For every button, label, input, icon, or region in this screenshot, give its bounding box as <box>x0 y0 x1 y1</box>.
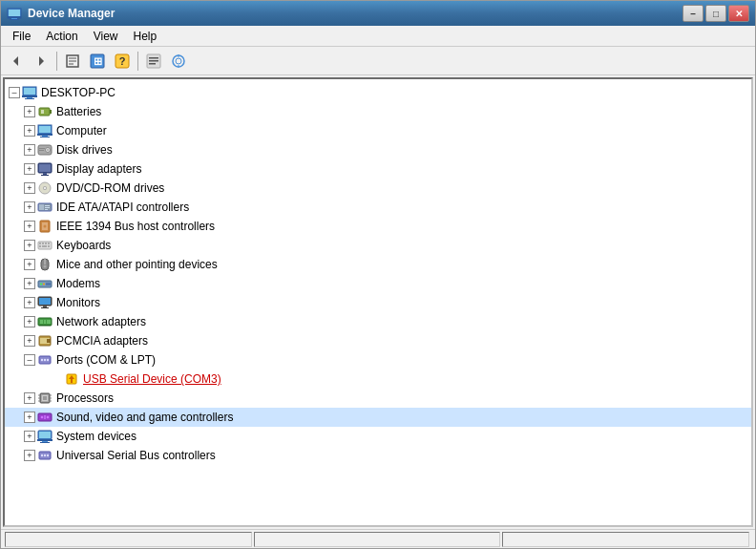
modems-label: Modems <box>56 277 100 290</box>
tree-item-display-adapters[interactable]: + Display adapters <box>5 159 751 179</box>
svg-rect-29 <box>50 110 52 114</box>
tree-item-keyboards[interactable]: + Keyboards <box>5 236 751 255</box>
tree-item-network[interactable]: + Network adapters <box>5 312 751 331</box>
disk-drives-expand[interactable]: + <box>24 144 35 156</box>
tree-item-usb-serial[interactable]: USB Serial Device (COM3) <box>5 370 751 389</box>
svg-rect-51 <box>45 207 50 208</box>
svg-rect-77 <box>44 320 46 324</box>
tree-item-monitors[interactable]: + Monitors <box>5 293 751 312</box>
device-manager-window: Device Manager – □ ✕ File Action View He… <box>0 0 756 549</box>
usb-controllers-expand[interactable]: + <box>24 450 35 461</box>
batteries-expand[interactable]: + <box>24 106 35 117</box>
svg-point-109 <box>41 454 43 456</box>
tree-item-pcmcia[interactable]: + PCMCIA adapters <box>5 331 751 350</box>
tree-item-system-devices[interactable]: + System devices <box>5 427 751 446</box>
tree-item-computer[interactable]: + Computer <box>5 121 751 140</box>
svg-rect-39 <box>39 148 45 149</box>
pcmcia-label: PCMCIA adapters <box>56 334 148 348</box>
network-expand[interactable]: + <box>24 316 35 327</box>
menu-view[interactable]: View <box>86 28 126 45</box>
svg-rect-35 <box>40 137 50 137</box>
tree-item-ide-ata[interactable]: + IDE ATA/ATAPI controllers <box>5 198 751 217</box>
tree-item-batteries[interactable]: + Batteries <box>5 102 751 121</box>
ports-expand[interactable]: – <box>24 354 35 366</box>
mice-label: Mice and other pointing devices <box>56 258 218 271</box>
ide-expand[interactable]: + <box>24 201 35 213</box>
ieee-expand[interactable]: + <box>24 221 35 232</box>
forward-button[interactable] <box>30 50 52 73</box>
svg-rect-27 <box>25 98 34 99</box>
tree-item-sound[interactable]: + Sound, video and game controllers <box>5 408 751 427</box>
usb-controllers-label: Universal Serial Bus controllers <box>56 449 216 462</box>
pcmcia-expand[interactable]: + <box>24 335 35 347</box>
svg-rect-40 <box>39 150 44 151</box>
tree-item-dvd-cdrom[interactable]: + DVD/CD-ROM drives <box>5 179 751 198</box>
menu-help[interactable]: Help <box>126 28 165 45</box>
computer-expand[interactable]: + <box>24 125 35 137</box>
processors-expand[interactable]: + <box>24 392 35 404</box>
svg-point-86 <box>47 359 49 361</box>
tree-item-disk-drives[interactable]: + Disk drives <box>5 140 751 159</box>
close-button[interactable]: ✕ <box>728 5 749 22</box>
ports-icon <box>37 352 52 368</box>
scan-button[interactable] <box>167 50 190 73</box>
usb-controllers-icon <box>37 448 52 463</box>
svg-rect-18 <box>149 63 156 65</box>
tree-root[interactable]: – DESKTOP-PC <box>5 83 751 102</box>
sound-expand[interactable]: + <box>24 412 35 423</box>
tree-item-modems[interactable]: + Modems <box>5 274 751 293</box>
usb-serial-label: USB Serial Device (COM3) <box>83 372 221 386</box>
svg-rect-17 <box>149 60 158 62</box>
svg-rect-104 <box>39 432 51 438</box>
ide-label: IDE ATA/ATAPI controllers <box>56 201 189 214</box>
svg-rect-34 <box>42 136 48 137</box>
batteries-icon <box>37 104 52 119</box>
back-button[interactable] <box>5 50 28 73</box>
display-adapters-icon <box>37 161 52 177</box>
sound-icon <box>37 410 52 425</box>
svg-rect-79 <box>39 325 51 326</box>
svg-point-20 <box>176 58 181 64</box>
svg-rect-52 <box>45 209 48 210</box>
svg-rect-105 <box>37 439 52 441</box>
tree-item-ports[interactable]: – Ports (COM & LPT) <box>5 350 751 370</box>
minimize-button[interactable]: – <box>682 5 704 22</box>
window-title: Device Manager <box>28 7 682 20</box>
help-button[interactable]: ? <box>111 50 134 73</box>
status-pane-1 <box>5 532 252 547</box>
svg-point-38 <box>47 149 49 151</box>
svg-rect-43 <box>43 173 47 175</box>
svg-rect-78 <box>47 320 51 324</box>
svg-point-111 <box>47 454 49 456</box>
menu-action[interactable]: Action <box>38 28 85 45</box>
settings-button[interactable] <box>142 50 165 73</box>
processors-icon <box>37 391 52 406</box>
keyboards-expand[interactable]: + <box>24 240 35 251</box>
svg-point-110 <box>44 454 46 456</box>
tree-item-processors[interactable]: + Processors <box>5 389 751 408</box>
svg-rect-32 <box>39 126 51 133</box>
monitors-expand[interactable]: + <box>24 297 35 308</box>
tree-item-usb-controllers[interactable]: + Universal Serial Bus controllers <box>5 446 751 465</box>
mice-expand[interactable]: + <box>24 259 35 270</box>
svg-rect-76 <box>40 320 43 324</box>
tree-item-ieee1394[interactable]: + IEEE 1394 Bus host controllers <box>5 217 751 236</box>
svg-rect-102 <box>44 415 46 419</box>
properties-button[interactable] <box>61 50 84 73</box>
monitors-icon <box>37 295 52 310</box>
root-expand[interactable]: – <box>9 87 20 98</box>
maximize-button[interactable]: □ <box>705 5 726 22</box>
pcmcia-icon <box>37 333 52 348</box>
dvd-expand[interactable]: + <box>24 182 35 194</box>
svg-text:?: ? <box>119 55 126 67</box>
keyboards-label: Keyboards <box>56 239 111 252</box>
tree-item-mice[interactable]: + Mice and other pointing devices <box>5 255 751 274</box>
update-button[interactable]: ⊞ <box>86 50 109 73</box>
tree-view-container[interactable]: – DESKTOP-PC + <box>3 77 753 527</box>
menu-file[interactable]: File <box>5 28 38 45</box>
display-adapters-expand[interactable]: + <box>24 163 35 175</box>
modems-expand[interactable]: + <box>24 278 35 289</box>
sound-label: Sound, video and game controllers <box>56 411 233 424</box>
status-pane-2 <box>254 532 501 547</box>
system-devices-expand[interactable]: + <box>24 431 35 442</box>
